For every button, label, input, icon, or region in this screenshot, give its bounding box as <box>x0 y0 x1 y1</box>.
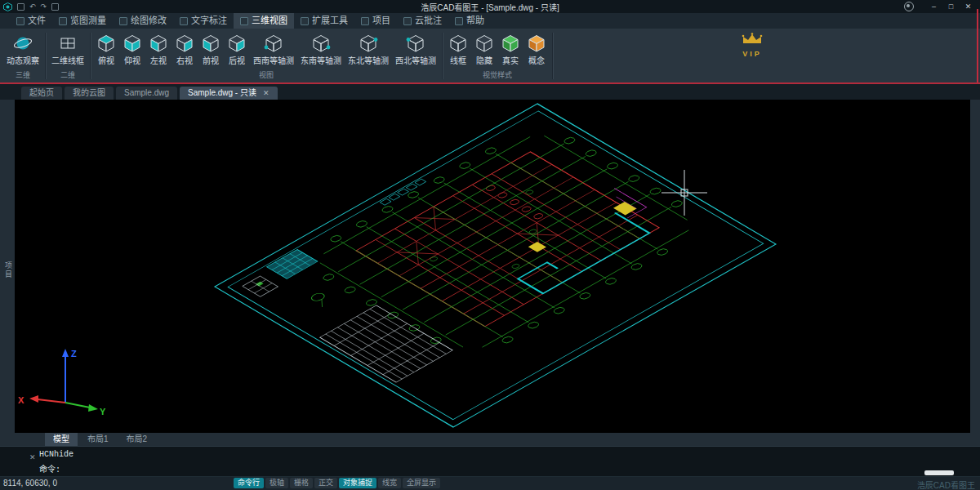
cad-drawing: Z X Y <box>15 100 970 433</box>
draw-modify-icon <box>119 17 127 25</box>
orbit-icon <box>13 32 33 54</box>
minimize-button[interactable]: – <box>925 0 942 13</box>
undo-icon[interactable]: ↶ <box>29 2 36 11</box>
zoom-slider[interactable] <box>924 470 954 475</box>
cube-se-iso-icon <box>311 32 331 54</box>
right-edge-red-line <box>977 9 978 82</box>
drawing-canvas[interactable]: Z X Y <box>15 100 970 433</box>
menu-tab-cloud-annotation[interactable]: 云批注 <box>397 13 448 29</box>
menu-tab-3d-view[interactable]: 三维视图 <box>234 13 294 29</box>
style-conceptual-button[interactable]: 概念 <box>523 31 550 67</box>
tab-my-cloud[interactable]: 我的云图 <box>65 87 114 100</box>
tab-start-page[interactable]: 起始页 <box>21 87 62 100</box>
browse-measure-icon <box>59 17 67 25</box>
print-icon[interactable] <box>51 3 59 11</box>
toggle-grid[interactable]: 栅格 <box>290 478 313 488</box>
toggle-lineweight[interactable]: 线宽 <box>378 478 401 488</box>
menu-label: 绘图修改 <box>131 13 167 29</box>
ucs-y-label: Y <box>100 407 106 416</box>
ribbon-group-3d: 动态观察 三维 <box>2 29 44 82</box>
conceptual-style-icon <box>527 32 546 54</box>
tab-close-icon[interactable]: ✕ <box>263 87 270 100</box>
right-edge-strip <box>970 100 980 433</box>
toggle-polar[interactable]: 极轴 <box>265 478 288 488</box>
toggle-fullscreen[interactable]: 全屏显示 <box>403 478 440 488</box>
help-menu-icon <box>455 17 463 25</box>
ribbon-separator <box>442 33 443 79</box>
view-front-label: 前视 <box>203 54 219 66</box>
style-hidden-button[interactable]: 隐藏 <box>471 31 497 67</box>
wireframe-2d-button[interactable]: 二维线框 <box>48 31 87 67</box>
view-front-button[interactable]: 前视 <box>198 31 224 67</box>
project-panel-tab[interactable]: 项目 <box>0 100 15 433</box>
wireframe-2d-label: 二维线框 <box>51 54 84 66</box>
close-button[interactable]: ✕ <box>960 0 977 13</box>
drawing-sheet <box>215 104 776 427</box>
cube-front-view-icon <box>201 32 220 54</box>
view-top-label: 俯视 <box>98 54 114 66</box>
view-left-button[interactable]: 左视 <box>145 31 172 67</box>
user-account-icon[interactable] <box>904 2 914 11</box>
tab-label: 我的云图 <box>73 88 105 97</box>
view-nw-iso-button[interactable]: 西北等轴测 <box>392 31 439 67</box>
ribbon-group-label-visual-styles: 视觉样式 <box>443 68 551 82</box>
style-realistic-button[interactable]: 真实 <box>497 31 523 67</box>
floor-plan-walls <box>356 152 659 327</box>
realistic-style-icon <box>501 32 520 54</box>
command-history: HCNhide <box>39 450 74 459</box>
cloud-annotation-icon <box>403 17 412 25</box>
cube-right-view-icon <box>175 32 194 54</box>
ucs-icon: Z X Y <box>18 349 106 416</box>
cube-sw-iso-icon <box>264 32 283 54</box>
view-top-button[interactable]: 俯视 <box>93 31 119 67</box>
command-panel: ✕ HCNhide 命令: <box>0 446 980 477</box>
menu-tab-help[interactable]: 帮助 <box>448 13 491 29</box>
view-right-button[interactable]: 右视 <box>172 31 198 67</box>
cube-ne-iso-icon <box>359 32 378 54</box>
ribbon-group-views: 俯视 仰视 左视 右视 前视 后视 <box>91 29 441 82</box>
maximize-button[interactable]: □ <box>942 0 960 13</box>
orbit-button-label: 动态观察 <box>7 54 39 66</box>
menu-tab-file[interactable]: 文件 <box>10 13 52 29</box>
toggle-osnap[interactable]: 对象捕捉 <box>339 478 376 488</box>
view-se-iso-button[interactable]: 东南等轴测 <box>297 31 345 67</box>
menu-label: 云批注 <box>415 13 442 29</box>
vip-button[interactable]: VIP <box>733 33 771 58</box>
tab-layout1[interactable]: 布局1 <box>79 433 117 446</box>
view-back-button[interactable]: 后视 <box>224 31 250 67</box>
tab-layout2[interactable]: 布局2 <box>118 433 156 446</box>
menu-tab-project[interactable]: 项目 <box>354 13 397 29</box>
tab-sample-dwg-readonly[interactable]: Sample.dwg - 只读 ✕ <box>180 87 277 100</box>
view-sw-iso-button[interactable]: 西南等轴测 <box>250 31 297 67</box>
menu-tab-extended-tools[interactable]: 扩展工具 <box>294 13 354 29</box>
dimension-grid <box>252 119 719 388</box>
menu-tab-draw-modify[interactable]: 绘图修改 <box>113 13 173 29</box>
file-menu-icon <box>16 17 24 25</box>
tab-model[interactable]: 模型 <box>45 433 78 446</box>
command-close-icon[interactable]: ✕ <box>29 453 36 461</box>
style-wireframe-button[interactable]: 线框 <box>445 31 471 67</box>
view-ne-iso-button[interactable]: 东北等轴测 <box>345 31 392 67</box>
cube-top-view-icon <box>96 32 116 54</box>
cyan-outline <box>267 140 650 360</box>
menu-tab-text-annotate[interactable]: 文字标注 <box>173 13 234 29</box>
3d-view-icon <box>240 17 248 25</box>
toggle-ortho[interactable]: 正交 <box>314 478 337 488</box>
view-bottom-button[interactable]: 仰视 <box>119 31 145 67</box>
tab-sample-dwg[interactable]: Sample.dwg <box>116 87 177 100</box>
command-input[interactable]: 命令: <box>39 462 60 474</box>
ribbon-separator <box>45 33 46 79</box>
ribbon-group-label-3d: 三维 <box>2 68 44 82</box>
redo-icon[interactable]: ↷ <box>41 2 47 11</box>
brand-label: 浩辰CAD看图王 <box>917 479 975 490</box>
toggle-command-line[interactable]: 命令行 <box>234 478 264 488</box>
text-annotate-icon <box>180 17 188 25</box>
ribbon-toolbar: 动态观察 三维 二维线框 二维 俯视 仰视 <box>0 29 980 82</box>
view-bottom-label: 仰视 <box>124 54 140 66</box>
sheet-title-marks <box>380 179 425 205</box>
menu-tab-browse-measure[interactable]: 览图测量 <box>52 13 113 29</box>
save-icon[interactable] <box>17 3 24 11</box>
orbit-button[interactable]: 动态观察 <box>3 31 42 67</box>
menu-bar: 文件 览图测量 绘图修改 文字标注 三维视图 扩展工具 项目 云批注 帮助 <box>0 13 980 29</box>
ribbon-group-2d: 二维线框 二维 <box>47 29 89 82</box>
